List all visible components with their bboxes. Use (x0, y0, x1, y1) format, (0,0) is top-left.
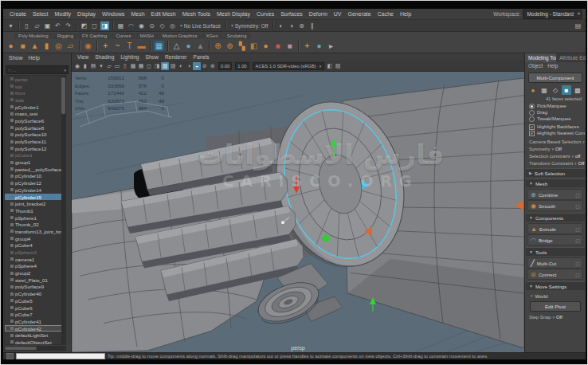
radio-option[interactable]: Tweak/Marquee (526, 116, 585, 122)
outliner-item[interactable]: pCylinder14 (5, 186, 65, 194)
mel-command-input[interactable] (16, 353, 105, 359)
shelf-tab-mash[interactable]: MASH (135, 33, 157, 39)
viewport-menu-item-lighting[interactable]: Lighting (120, 54, 139, 60)
object-mode-icon[interactable]: ● (528, 85, 538, 95)
snap-curve-icon[interactable]: ◠ (127, 22, 135, 30)
shelf-arrow-icon[interactable]: ▸ (326, 41, 336, 51)
option-box-icon[interactable]: ▢ (575, 203, 580, 209)
viewport-menu-item-show[interactable]: Show (146, 54, 159, 60)
menu-item-create[interactable]: Create (6, 11, 29, 17)
shelf-teal-sphere-icon[interactable]: ● (183, 41, 194, 51)
toolkit-dropdown[interactable]: Selection constraint ▾ off (526, 152, 585, 159)
section-components[interactable]: ▼ Components (526, 213, 585, 222)
outliner-item[interactable]: polySurface6 (5, 117, 65, 124)
gamma-field[interactable]: 1.00 (235, 62, 249, 70)
outliner-item[interactable]: pSphere1 (5, 214, 65, 222)
outliner-item[interactable]: pCylinder10 (5, 173, 65, 180)
toolkit-button[interactable]: ◠ Bridge ▢ (527, 234, 583, 245)
shelf-smooth-sphere-icon[interactable]: ◉ (83, 41, 93, 51)
shelf-cube-icon[interactable]: ■ (18, 41, 28, 51)
ambient-occlusion-icon[interactable]: ◒ (193, 62, 201, 70)
menu-item-surfaces[interactable]: Surfaces (277, 11, 306, 17)
snap-grid-icon[interactable]: ▦ (116, 22, 125, 30)
shelf-red-cube-icon[interactable]: ■ (272, 41, 283, 51)
shelf-bevel-icon[interactable]: ◧ (249, 41, 259, 51)
vertex-mode-icon[interactable]: ▦ (539, 85, 549, 95)
3d-scene[interactable]: Verts: 159812 568 0 Edges: 333858 578 0 (72, 72, 524, 352)
shelf-boolean-icon[interactable]: ⊕ (213, 41, 223, 51)
outliner-menu-item-show[interactable]: Show (9, 55, 23, 64)
outliner-item[interactable]: pasted__polySurfaceShape15 (5, 166, 65, 173)
multi-component-button[interactable]: Multi-Component (528, 73, 582, 83)
outliner-item[interactable]: side (5, 96, 65, 104)
menu-item-mesh-tools[interactable]: Mesh Tools (179, 11, 214, 17)
select-hierarchy-icon[interactable]: ◩ (80, 22, 88, 30)
shadows-icon[interactable]: ◑ (185, 62, 193, 70)
outliner-item[interactable]: pCube7 (5, 311, 65, 318)
shelf-curve-icon[interactable]: + (100, 41, 111, 51)
outliner-horizontal-scrollbar[interactable] (4, 346, 66, 351)
render-settings-icon[interactable]: ⊛ (297, 22, 306, 30)
outliner-item[interactable]: Thumb_02 (5, 221, 65, 228)
radio-option[interactable]: Pick/Marquee (526, 103, 585, 109)
outliner-item[interactable]: polySurface8 (5, 124, 65, 131)
toolkit-menu-item-object[interactable]: Object (528, 63, 543, 70)
lock-camera-icon[interactable]: ▮ (81, 62, 89, 70)
outliner-item[interactable]: pCube5 (5, 297, 65, 304)
checkbox-option[interactable]: Highlight Nearest Component (526, 130, 585, 136)
shelf-uv-grid-icon[interactable]: ▦ (154, 41, 164, 51)
toolkit-button[interactable]: ╱ Multi-Cut ▢ (527, 257, 583, 269)
outliner-item[interactable]: pCube4 (5, 242, 65, 249)
toolkit-button[interactable]: ⊘ Connect ▢ (527, 269, 583, 280)
outliner-item[interactable]: Thumb1 (5, 207, 65, 214)
shelf-plane-icon[interactable]: ▱ (65, 41, 76, 51)
image-plane-icon[interactable]: ▱ (105, 62, 113, 70)
option-box-icon[interactable]: ▢ (575, 272, 580, 277)
shelf-pyramid-icon[interactable]: ▲ (195, 41, 206, 51)
move-axis-dropdown[interactable]: ▾ World (526, 292, 585, 300)
exposure-field[interactable]: 0.00 (218, 62, 232, 70)
edge-mode-icon[interactable]: ◇ (551, 85, 560, 95)
anti-aliasing-icon[interactable]: ⊛ (209, 62, 217, 70)
step-snap-dropdown[interactable]: Step Snap ▾ Off (526, 313, 585, 320)
xray-icon[interactable]: ▨ (169, 62, 177, 70)
shelf-tab-sculpting[interactable]: Sculpting (223, 33, 251, 39)
new-scene-icon[interactable]: ▯ (22, 22, 31, 30)
outliner-item[interactable]: steel_Plate_01 (5, 277, 65, 284)
render-icon[interactable]: ◐ (276, 22, 285, 30)
resolution-gate-icon[interactable]: ▯ (121, 62, 129, 70)
motion-blur-icon[interactable]: ⊘ (201, 62, 209, 70)
shelf-tab-poly-modeling[interactable]: Poly Modeling (14, 33, 53, 39)
color-transform-dropdown[interactable]: ACES 1.0 SDR-video (sRGB) ▾ (253, 62, 325, 70)
menu-item-mesh-display[interactable]: Mesh Display (214, 11, 253, 17)
select-object-icon[interactable]: ◻ (90, 22, 99, 30)
outliner-item[interactable]: pCylinder12 (5, 179, 65, 186)
shelf-torus-icon[interactable]: ◎ (53, 41, 64, 51)
menu-item-windows[interactable]: Windows (99, 11, 127, 17)
section-soft-selection[interactable]: ▶ Soft Selection (526, 168, 585, 177)
scrollbar-thumb[interactable] (61, 77, 65, 114)
isolate-select-icon[interactable]: ◧ (326, 62, 334, 70)
menu-item-display[interactable]: Display (74, 11, 99, 17)
outliner-item[interactable]: pCylinder40 (5, 290, 65, 297)
option-box-icon[interactable]: ▢ (575, 261, 580, 266)
face-mode-icon[interactable]: ■ (562, 85, 571, 95)
menu-item-help[interactable]: Help (397, 11, 414, 17)
pause-icon[interactable]: ∥ (308, 22, 316, 30)
camera-attributes-icon[interactable]: ▤ (89, 62, 97, 70)
shelf-cylinder-icon[interactable]: ▮ (41, 41, 52, 51)
snap-point-icon[interactable]: ◉ (137, 22, 146, 30)
toolkit-button[interactable]: ◉ Smooth ▢ (527, 200, 583, 211)
symmetry-dropdown[interactable]: ▾ Symmetry: Off (229, 23, 270, 29)
outliner-item[interactable]: top (5, 83, 65, 90)
outliner-item[interactable]: persp (5, 76, 65, 83)
menu-item-mesh[interactable]: Mesh (127, 11, 147, 17)
gate-mask-icon[interactable]: ▩ (129, 62, 137, 70)
tab-modeling-toolkit[interactable]: Modeling Toolkit (525, 53, 556, 62)
menu-item-select[interactable]: Select (29, 11, 51, 17)
outliner-item[interactable]: pCylinder42 (5, 325, 65, 332)
film-gate-icon[interactable]: ▭ (113, 62, 121, 70)
select-camera-icon[interactable]: ◉ (73, 62, 81, 70)
outliner-item[interactable]: pCube1 (5, 152, 65, 159)
toolkit-dropdown[interactable]: Transform Constraint ▾ Off (526, 159, 585, 167)
